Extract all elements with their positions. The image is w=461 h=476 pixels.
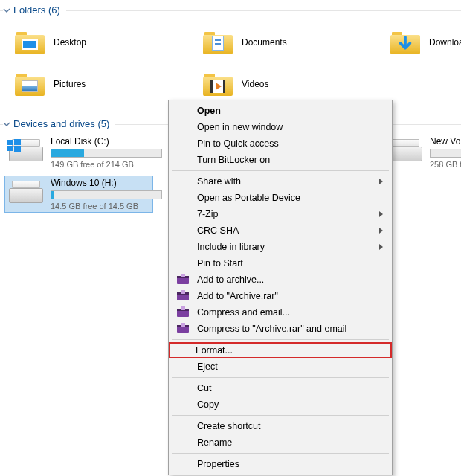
section-header-devices-label: Devices and drives (5): [13, 118, 109, 129]
folder-label: Videos: [242, 79, 268, 89]
ctx-properties[interactable]: Properties: [170, 456, 390, 472]
svg-rect-6: [181, 274, 185, 277]
context-menu: Open Open in new window Pin to Quick acc…: [168, 100, 393, 475]
download-arrow-icon: [396, 38, 414, 51]
folder-label: Downloa: [429, 37, 461, 48]
drive-free-text: 14.5 GB free of 14.5 GB: [51, 202, 149, 210]
svg-rect-3: [14, 146, 21, 152]
svg-rect-12: [181, 306, 185, 310]
drive-ext[interactable]: New Volu 258 GB fr: [384, 134, 461, 171]
folder-desktop-icon: [15, 30, 45, 54]
winrar-icon: [176, 306, 190, 319]
folder-documents-icon: [203, 30, 233, 54]
separator: [172, 453, 389, 454]
ctx-share-with[interactable]: Share with: [170, 173, 390, 190]
svg-rect-9: [181, 290, 185, 294]
drive-name: Local Disk (C:): [51, 136, 149, 147]
folder-videos-icon: [203, 72, 233, 96]
drive-capacity-bar: [51, 190, 162, 199]
drive-c[interactable]: Local Disk (C:) 149 GB free of 214 GB: [4, 134, 153, 171]
ctx-bitlocker[interactable]: Turn BitLocker on: [170, 152, 390, 168]
separator: [172, 377, 389, 378]
drive-h[interactable]: Windows 10 (H:) 14.5 GB free of 14.5 GB: [4, 176, 153, 213]
ctx-add-archive-rar[interactable]: Add to "Archive.rar": [170, 288, 390, 304]
folder-label: Desktop: [54, 37, 86, 48]
folder-downloads[interactable]: Downloa: [390, 30, 461, 54]
drive-name: Windows 10 (H:): [51, 178, 149, 188]
drive-free-text: 258 GB fr: [430, 160, 461, 169]
ctx-eject[interactable]: Eject: [170, 358, 390, 375]
svg-rect-1: [14, 139, 21, 145]
ctx-format[interactable]: Format...: [169, 342, 392, 358]
ctx-create-shortcut[interactable]: Create shortcut: [170, 418, 390, 434]
windows-logo-icon: [7, 139, 21, 152]
svg-rect-15: [181, 323, 185, 327]
ctx-copy[interactable]: Copy: [170, 396, 390, 413]
ctx-pin-quick-access[interactable]: Pin to Quick access: [170, 135, 390, 152]
folder-pictures-icon: [15, 72, 45, 96]
drive-name: New Volu: [430, 136, 461, 147]
drive-capacity-bar: [51, 149, 162, 158]
folder-desktop[interactable]: Desktop: [15, 30, 86, 54]
separator: [172, 170, 389, 171]
folder-label: Pictures: [54, 79, 86, 89]
winrar-icon: [176, 289, 190, 303]
section-header-folders-label: Folders (6): [13, 4, 60, 16]
ctx-add-archive[interactable]: Add to archive...: [170, 271, 390, 288]
ctx-pin-start[interactable]: Pin to Start: [170, 255, 390, 271]
drive-icon: [9, 136, 43, 161]
ctx-include-library[interactable]: Include in library: [170, 239, 390, 255]
ctx-rename[interactable]: Rename: [170, 434, 390, 451]
folder-label: Documents: [242, 37, 287, 48]
ctx-open[interactable]: Open: [170, 103, 390, 119]
drive-icon: [388, 136, 422, 161]
ctx-compress-email[interactable]: Compress and email...: [170, 304, 390, 321]
drive-capacity-bar: [430, 149, 461, 158]
folder-documents[interactable]: Documents: [203, 30, 287, 54]
folder-downloads-icon: [390, 30, 420, 54]
ctx-7zip[interactable]: 7-Zip: [170, 206, 390, 222]
svg-rect-0: [7, 140, 13, 145]
chevron-down-icon: [3, 7, 10, 14]
separator: [172, 415, 389, 416]
ctx-open-new-window[interactable]: Open in new window: [170, 119, 390, 135]
winrar-icon: [176, 322, 190, 335]
ctx-compress-rar-email[interactable]: Compress to "Archive.rar" and email: [170, 321, 390, 337]
svg-rect-2: [7, 146, 13, 151]
drive-icon: [9, 178, 43, 203]
ctx-crc-sha[interactable]: CRC SHA: [170, 222, 390, 239]
folder-videos[interactable]: Videos: [203, 72, 268, 96]
folder-pictures[interactable]: Pictures: [15, 72, 86, 96]
chevron-down-icon: [3, 120, 10, 128]
section-header-folders[interactable]: Folders (6): [0, 3, 461, 17]
ctx-cut[interactable]: Cut: [170, 380, 390, 396]
drive-free-text: 149 GB free of 214 GB: [51, 160, 149, 169]
winrar-icon: [176, 273, 190, 286]
separator: [172, 339, 389, 340]
ctx-open-portable[interactable]: Open as Portable Device: [170, 190, 390, 206]
